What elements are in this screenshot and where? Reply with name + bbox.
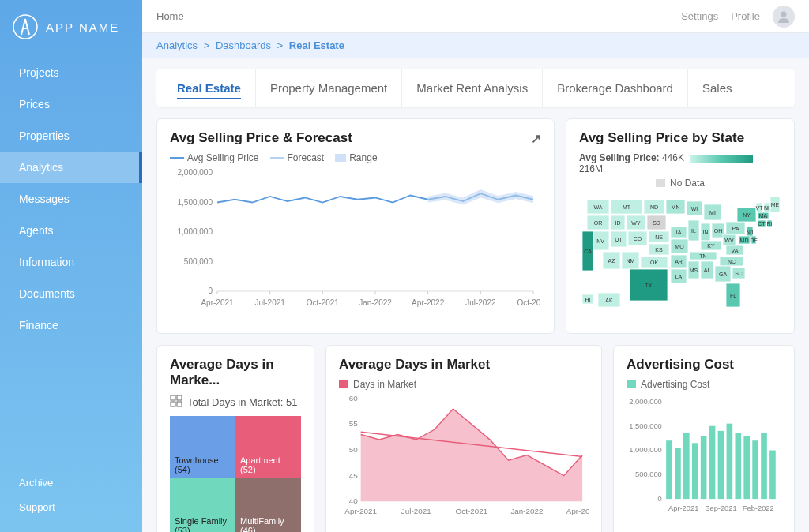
svg-rect-151: [718, 431, 724, 499]
treemap-chart: Townhouse (54) Apartment (52) Single Fam…: [170, 416, 301, 532]
svg-text:KS: KS: [655, 247, 663, 253]
map-card: Avg Selling Price by State Avg Selling P…: [566, 118, 795, 334]
svg-text:1,000,000: 1,000,000: [629, 446, 662, 454]
svg-text:NM: NM: [627, 258, 635, 264]
breadcrumb-dashboards[interactable]: Dashboards: [216, 39, 271, 51]
svg-text:NJ: NJ: [747, 230, 754, 235]
sidebar-item-messages[interactable]: Messages: [0, 183, 142, 215]
treemap-card: Average Days in Marke... Total Days in M…: [156, 345, 314, 532]
app-logo[interactable]: APP NAME: [0, 0, 142, 57]
svg-text:VT: VT: [756, 205, 764, 211]
svg-text:MD: MD: [740, 238, 749, 243]
breadcrumb-analytics[interactable]: Analytics: [156, 39, 198, 51]
svg-point-0: [13, 15, 37, 39]
svg-text:RI: RI: [767, 221, 773, 227]
svg-text:1,500,000: 1,500,000: [178, 198, 213, 207]
svg-text:MA: MA: [759, 213, 768, 219]
svg-text:Oct-2021: Oct-2021: [456, 507, 488, 515]
map-legend: Avg Selling Price: 446K 216M: [579, 152, 781, 174]
treemap-cell-apartment[interactable]: Apartment (52): [235, 416, 301, 478]
tab-property-management[interactable]: Property Management: [256, 69, 402, 107]
svg-text:40: 40: [349, 496, 358, 505]
sidebar-item-agents[interactable]: Agents: [0, 215, 142, 246]
svg-text:TN: TN: [699, 253, 706, 259]
tab-real-estate[interactable]: Real Estate: [163, 69, 256, 107]
svg-text:NV: NV: [596, 238, 604, 244]
svg-text:60: 60: [349, 394, 358, 403]
sidebar-item-analytics[interactable]: Analytics: [0, 152, 142, 183]
svg-text:KY: KY: [707, 243, 715, 249]
svg-text:UT: UT: [615, 237, 623, 242]
svg-text:Apr-2021: Apr-2021: [201, 298, 234, 307]
advertising-cost-chart: 0500,0001,000,0001,500,0002,000,000Apr-2…: [627, 393, 781, 519]
svg-text:NC: NC: [728, 259, 736, 264]
user-icon: [776, 9, 792, 24]
tab-sales[interactable]: Sales: [688, 69, 747, 107]
settings-link[interactable]: Settings: [681, 10, 718, 22]
svg-text:CA: CA: [584, 249, 592, 254]
svg-text:Jul-2021: Jul-2021: [254, 298, 285, 307]
sidebar-nav: Projects Prices Properties Analytics Mes…: [0, 57, 142, 470]
svg-text:ID: ID: [615, 220, 621, 226]
logo-icon: [13, 14, 38, 39]
svg-text:HI: HI: [585, 297, 591, 302]
svg-text:ND: ND: [650, 204, 658, 210]
svg-text:NE: NE: [655, 234, 663, 240]
sidebar-item-properties[interactable]: Properties: [0, 120, 142, 152]
sidebar-bottom: Archive Support: [0, 470, 142, 532]
sidebar-item-finance[interactable]: Finance: [0, 309, 142, 341]
days-in-market-chart: 4045505560Apr-2021Jul-2021Oct-2021Jan-20…: [339, 393, 589, 519]
svg-text:OR: OR: [594, 220, 603, 226]
svg-point-1: [781, 11, 787, 17]
forecast-card: Avg Selling Price & Forecast ↗ Avg Selli…: [156, 118, 555, 334]
svg-text:Apr-2021: Apr-2021: [344, 507, 377, 515]
svg-text:SD: SD: [653, 220, 660, 226]
days-in-market-card: Average Days in Market Days in Market 40…: [325, 345, 602, 532]
us-map[interactable]: WAMTNDMNORIDWYSDWIMINVUTCONEIAILINOHCAAZ…: [579, 193, 785, 320]
svg-rect-124: [171, 402, 175, 406]
home-link[interactable]: Home: [156, 10, 184, 22]
sidebar: APP NAME Projects Prices Properties Anal…: [0, 0, 142, 532]
svg-text:Jan-2022: Jan-2022: [359, 298, 392, 307]
svg-text:2,000,000: 2,000,000: [629, 398, 662, 406]
svg-rect-157: [769, 451, 776, 500]
app-name: APP NAME: [46, 21, 119, 34]
svg-text:ME: ME: [771, 202, 780, 208]
svg-text:GA: GA: [719, 272, 727, 277]
svg-text:WY: WY: [631, 220, 641, 226]
sidebar-item-information[interactable]: Information: [0, 246, 142, 278]
svg-rect-148: [692, 443, 698, 499]
tab-brokerage[interactable]: Brokerage Dashboard: [543, 69, 688, 107]
svg-text:OH: OH: [714, 228, 723, 234]
svg-text:2,000,000: 2,000,000: [178, 168, 213, 177]
treemap-cell-singlefamily[interactable]: Single Family (53): [170, 478, 235, 533]
svg-text:Jul-2021: Jul-2021: [401, 507, 431, 515]
svg-rect-150: [709, 426, 716, 499]
expand-icon[interactable]: ↗: [531, 131, 541, 146]
treemap-cell-townhouse[interactable]: Townhouse (54): [170, 416, 235, 478]
sidebar-item-documents[interactable]: Documents: [0, 278, 142, 309]
svg-rect-145: [666, 440, 672, 499]
svg-text:WV: WV: [724, 238, 734, 243]
tab-market-rent[interactable]: Market Rent Analysis: [402, 69, 543, 107]
sidebar-item-projects[interactable]: Projects: [0, 57, 142, 88]
map-title: Avg Selling Price by State: [579, 130, 744, 146]
svg-text:WI: WI: [691, 206, 698, 212]
svg-text:45: 45: [349, 471, 358, 480]
svg-text:WA: WA: [593, 204, 602, 210]
sidebar-item-support[interactable]: Support: [0, 495, 142, 519]
svg-text:AL: AL: [704, 268, 711, 273]
forecast-title: Avg Selling Price & Forecast: [170, 130, 352, 146]
svg-text:Apr-2022: Apr-2022: [566, 507, 589, 515]
profile-link[interactable]: Profile: [731, 10, 760, 22]
sidebar-item-archive[interactable]: Archive: [0, 470, 142, 495]
forecast-chart: 0500,0001,000,0001,500,0002,000,000Apr-2…: [170, 168, 541, 310]
avatar[interactable]: [773, 6, 795, 28]
svg-rect-155: [752, 440, 758, 499]
svg-text:MI: MI: [709, 210, 716, 215]
forecast-legend: Avg Selling Price Forecast Range: [170, 152, 541, 163]
svg-text:500,000: 500,000: [635, 470, 662, 478]
treemap-cell-multifamily[interactable]: MultiFamily (46): [235, 478, 301, 533]
sidebar-item-prices[interactable]: Prices: [0, 88, 142, 120]
svg-text:Oct-2021: Oct-2021: [307, 298, 340, 307]
